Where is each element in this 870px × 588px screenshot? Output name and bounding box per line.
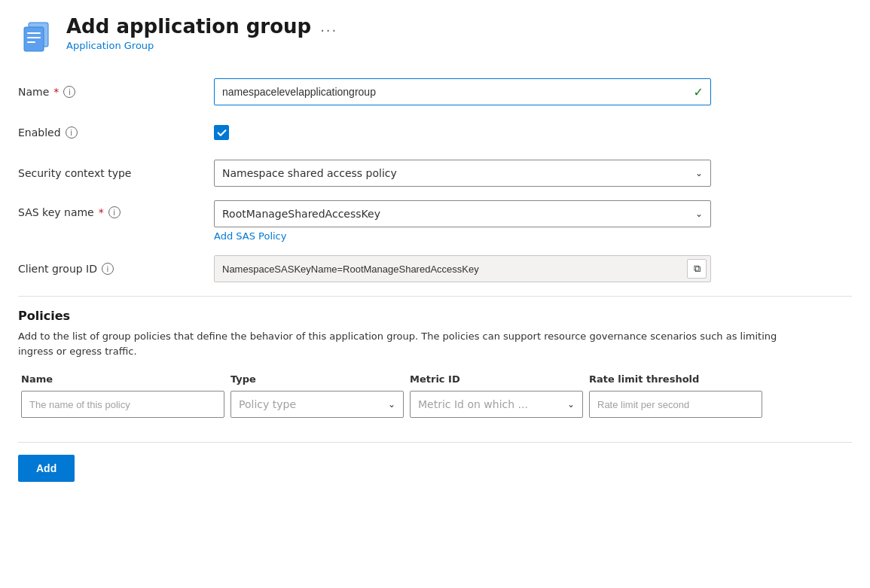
policy-type-chevron: ⌄ <box>388 399 395 410</box>
client-group-id-input <box>214 255 711 282</box>
name-required-star: * <box>53 86 59 98</box>
enabled-label-text: Enabled <box>18 126 61 139</box>
svg-rect-2 <box>24 27 44 51</box>
copy-icon: ⧉ <box>694 263 701 275</box>
security-context-label: Security context type <box>18 167 214 179</box>
security-context-chevron: ⌄ <box>695 168 703 178</box>
policies-title: Policies <box>18 309 852 323</box>
header-text-block: Add application group ... Application Gr… <box>66 15 337 51</box>
page-container: Add application group ... Application Gr… <box>0 0 870 504</box>
form-divider <box>18 296 852 297</box>
client-group-id-label-text: Client group ID <box>18 263 97 275</box>
sas-key-select[interactable]: RootManageSharedAccessKey ⌄ <box>214 200 711 227</box>
col-header-name: Name <box>21 373 224 385</box>
client-group-id-control: ⧉ <box>214 255 711 282</box>
name-control: ✓ <box>214 78 711 105</box>
sas-key-info-icon[interactable]: i <box>108 206 121 218</box>
policy-rate-limit-cell <box>589 391 762 418</box>
policy-name-input[interactable] <box>21 391 224 418</box>
sas-key-label: SAS key name * i <box>18 200 214 218</box>
page-header: Add application group ... Application Gr… <box>18 15 852 54</box>
policies-description: Add to the list of group policies that d… <box>18 329 809 358</box>
client-group-id-row: Client group ID i ⧉ <box>18 255 852 282</box>
name-info-icon[interactable]: i <box>63 86 75 98</box>
name-input[interactable] <box>214 78 711 105</box>
header-more-menu[interactable]: ... <box>320 19 337 35</box>
sas-key-chevron: ⌄ <box>695 209 703 219</box>
policy-rate-limit-input[interactable] <box>589 391 762 418</box>
policy-type-cell: Policy type ⌄ <box>230 391 404 418</box>
enabled-checkbox[interactable] <box>214 125 229 140</box>
enabled-label: Enabled i <box>18 126 214 139</box>
security-context-control: Namespace shared access policy ⌄ <box>214 160 711 187</box>
name-label-text: Name <box>18 86 49 98</box>
name-row: Name * i ✓ <box>18 78 852 105</box>
main-form: Name * i ✓ Enabled i <box>18 78 852 282</box>
enabled-row: Enabled i <box>18 119 852 146</box>
col-header-type: Type <box>230 373 404 385</box>
app-group-icon <box>18 18 54 54</box>
add-button[interactable]: Add <box>18 455 75 482</box>
enabled-checkbox-container <box>214 125 711 140</box>
add-sas-policy-link[interactable]: Add SAS Policy <box>214 230 711 242</box>
col-header-rate-limit: Rate limit threshold <box>589 373 762 385</box>
header-subtitle: Application Group <box>66 40 337 51</box>
policies-table: Name Type Metric ID Rate limit threshold… <box>18 373 852 418</box>
policy-metric-id-select[interactable]: Metric Id on which ... ⌄ <box>410 391 583 418</box>
policy-name-cell <box>21 391 224 418</box>
sas-key-control-wrapper: RootManageSharedAccessKey ⌄ Add SAS Poli… <box>214 200 711 242</box>
sas-key-value: RootManageSharedAccessKey <box>222 208 380 220</box>
enabled-control <box>214 125 711 140</box>
policy-type-select[interactable]: Policy type ⌄ <box>230 391 404 418</box>
policies-section: Policies Add to the list of group polici… <box>18 309 852 418</box>
page-title: Add application group <box>66 15 311 38</box>
copy-client-group-id-button[interactable]: ⧉ <box>687 259 707 279</box>
security-context-select[interactable]: Namespace shared access policy ⌄ <box>214 160 711 187</box>
security-context-label-text: Security context type <box>18 167 131 179</box>
header-title-row: Add application group ... <box>66 15 337 38</box>
enabled-info-icon[interactable]: i <box>66 126 78 139</box>
sas-key-required-star: * <box>99 206 104 218</box>
client-group-id-label: Client group ID i <box>18 263 214 275</box>
policy-metric-id-cell: Metric Id on which ... ⌄ <box>410 391 583 418</box>
bottom-bar: Add <box>18 442 852 482</box>
client-group-id-wrapper: ⧉ <box>214 255 711 282</box>
policy-type-placeholder: Policy type <box>239 398 296 410</box>
sas-key-label-text: SAS key name <box>18 206 94 218</box>
client-group-info-icon[interactable]: i <box>102 263 114 275</box>
col-header-metric-id: Metric ID <box>410 373 583 385</box>
security-context-value: Namespace shared access policy <box>222 167 397 179</box>
sas-key-row: SAS key name * i RootManageSharedAccessK… <box>18 200 852 242</box>
policy-metric-id-chevron: ⌄ <box>567 399 575 410</box>
policies-data-row: Policy type ⌄ Metric Id on which ... ⌄ <box>18 391 852 418</box>
policies-header-row: Name Type Metric ID Rate limit threshold <box>18 373 852 385</box>
policy-metric-id-placeholder: Metric Id on which ... <box>418 398 528 410</box>
name-label: Name * i <box>18 86 214 98</box>
name-input-wrapper: ✓ <box>214 78 711 105</box>
security-context-row: Security context type Namespace shared a… <box>18 160 852 187</box>
